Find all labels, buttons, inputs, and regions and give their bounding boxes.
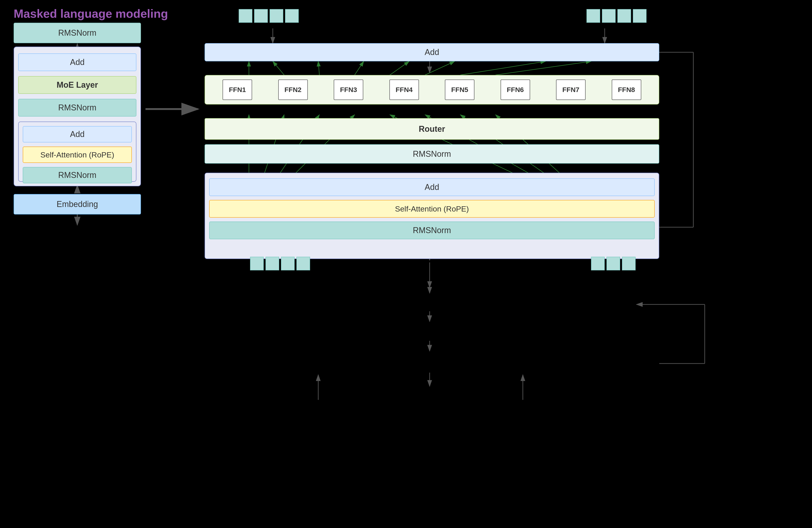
token-cell <box>618 9 631 23</box>
ffn3-box: FFN3 <box>334 79 363 100</box>
token-cell <box>285 9 299 23</box>
token-cell <box>296 257 310 270</box>
token-cell <box>239 9 252 23</box>
ffn4-box: FFN4 <box>389 79 419 100</box>
diagram: Masked language modeling <box>0 0 812 528</box>
token-cell <box>602 9 615 23</box>
token-cell <box>633 9 647 23</box>
token-cell <box>254 9 268 23</box>
rmsnorm-bottom-right: RMSNorm <box>209 221 655 239</box>
ffn2-box: FFN2 <box>278 79 308 100</box>
ffn6-box: FFN6 <box>501 79 530 100</box>
token-cell <box>250 257 264 270</box>
svg-line-31 <box>460 61 546 75</box>
add-bottom-right: Add <box>209 178 655 196</box>
add-right: Add <box>205 43 659 61</box>
svg-line-30 <box>425 61 455 75</box>
rmsnorm-mid-left: RMSNorm <box>18 99 136 117</box>
token-boxes-bottom-left <box>250 257 310 270</box>
token-boxes-top-right <box>586 9 647 23</box>
ffn1-box: FFN1 <box>222 79 252 100</box>
add-inner-left: Add <box>23 126 132 143</box>
rmsnorm-router-right: RMSNorm <box>205 144 659 164</box>
token-cell <box>281 257 295 270</box>
token-cell <box>265 257 279 270</box>
ffn5-box: FFN5 <box>445 79 475 100</box>
token-cell <box>270 9 283 23</box>
page-title: Masked language modeling <box>14 7 168 20</box>
svg-line-27 <box>318 61 319 75</box>
self-attention-left: Self-Attention (RoPE) <box>23 147 132 163</box>
ffn-container: FFN1 FFN2 FFN3 FFN4 FFN5 FFN6 FFN7 FFN8 <box>205 75 659 104</box>
token-boxes-top-left <box>239 9 299 23</box>
svg-line-26 <box>273 61 284 75</box>
svg-line-29 <box>390 61 409 75</box>
token-cell <box>586 9 600 23</box>
rmsnorm-inner-left: RMSNorm <box>23 167 132 184</box>
rmsnorm-top-left: RMSNorm <box>14 23 141 43</box>
ffn8-box: FFN8 <box>612 79 641 100</box>
ffn7-box: FFN7 <box>556 79 585 100</box>
svg-line-28 <box>354 61 364 75</box>
moe-layer-left: MoE Layer <box>18 76 136 94</box>
add-top-left: Add <box>18 54 136 71</box>
svg-line-32 <box>496 61 591 75</box>
router-box: Router <box>205 118 659 140</box>
self-attention-right: Self-Attention (RoPE) <box>209 200 655 218</box>
token-cell <box>622 257 636 270</box>
token-boxes-bottom-right <box>591 257 636 270</box>
embedding-block: Embedding <box>14 194 141 215</box>
token-cell <box>607 257 620 270</box>
token-cell <box>591 257 605 270</box>
